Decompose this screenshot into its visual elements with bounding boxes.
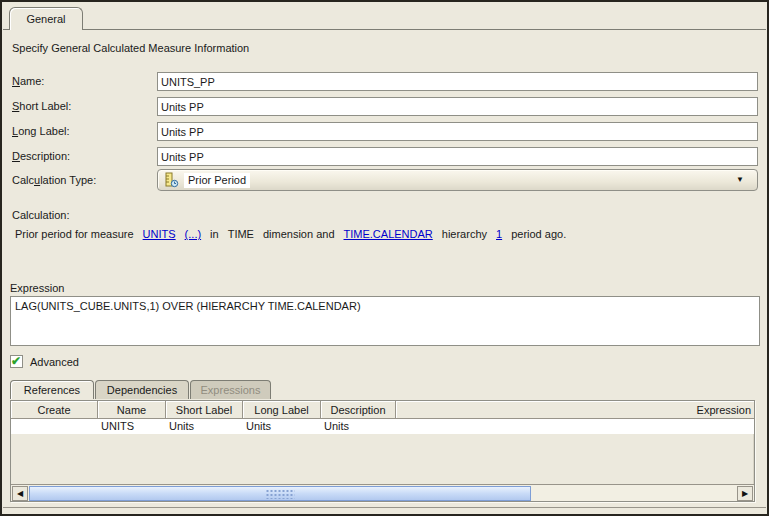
short-label-input[interactable] — [157, 97, 758, 116]
table-cell-expression — [396, 419, 754, 434]
table-cell-create — [11, 419, 98, 434]
table-row[interactable]: UNITSUnitsUnitsUnits — [11, 419, 754, 434]
table-header-create[interactable]: Create — [11, 401, 98, 419]
long-label-input[interactable] — [157, 122, 758, 141]
check-icon: ✔ — [11, 354, 21, 368]
chevron-down-icon[interactable]: ▼ — [736, 175, 744, 184]
scroll-right-icon: ▶ — [742, 489, 748, 498]
calc-text: period ago. — [511, 228, 566, 240]
calculation-label: Calculation: — [12, 209, 69, 221]
references-table-pane: CreateNameShort LabelLong LabelDescripti… — [10, 400, 755, 502]
prior-period-ruler-clock-icon — [163, 172, 179, 188]
long-label-label: Long Label: — [12, 125, 70, 137]
scroll-left-button[interactable]: ◀ — [12, 486, 28, 501]
bottom-divider — [3, 507, 766, 508]
calc-link-1[interactable]: 1 — [496, 228, 502, 240]
expression-input[interactable]: LAG(UNITS_CUBE.UNITS,1) OVER (HIERARCHY … — [10, 296, 760, 346]
table-header-long-label[interactable]: Long Label — [243, 401, 321, 419]
advanced-checkbox[interactable]: ✔ — [10, 355, 23, 368]
scroll-left-icon: ◀ — [17, 489, 23, 498]
tab-references[interactable]: References — [10, 380, 94, 399]
table-header-description[interactable]: Description — [321, 401, 396, 419]
name-label: Name: — [12, 75, 44, 87]
long-label-row: Long Label: — [2, 122, 767, 142]
table-header-short-label[interactable]: Short Label — [166, 401, 243, 419]
scroll-right-button[interactable]: ▶ — [737, 486, 753, 501]
description-row: Description: — [2, 147, 767, 167]
description-label: Description: — [12, 150, 70, 162]
calculation-sentence: Prior period for measureUNITS(...)inTIME… — [15, 228, 575, 240]
calc-link-units[interactable]: UNITS — [143, 228, 176, 240]
calc-text: Prior period for measure — [15, 228, 134, 240]
calc-link-[interactable]: (...) — [185, 228, 202, 240]
calc-text: dimension and — [263, 228, 335, 240]
name-input[interactable] — [157, 72, 758, 91]
tab-general[interactable]: General — [9, 7, 83, 30]
table-header-row: CreateNameShort LabelLong LabelDescripti… — [11, 401, 754, 419]
name-row: Name: — [2, 72, 767, 92]
calculated-measure-dialog: General Specify General Calculated Measu… — [0, 0, 769, 516]
tab-strip-divider — [3, 29, 766, 30]
calc-text: TIME — [228, 228, 254, 240]
calc-text: in — [210, 228, 219, 240]
short-label-label: Short Label: — [12, 100, 71, 112]
calc-text: hierarchy — [442, 228, 487, 240]
tab-expressions: Expressions — [190, 380, 271, 399]
table-cell-name: UNITS — [98, 419, 166, 434]
page-title: Specify General Calculated Measure Infor… — [12, 42, 249, 54]
table-header-expression[interactable]: Expression — [396, 401, 754, 419]
scrollbar-grip-icon — [266, 489, 295, 499]
table-cell-description: Units — [321, 419, 396, 434]
short-label-row: Short Label: — [2, 97, 767, 117]
tab-dependencies[interactable]: Dependencies — [95, 380, 189, 399]
table-cell-short-label: Units — [166, 419, 243, 434]
calculation-type-value: Prior Period — [184, 173, 250, 188]
calc-link-timecalendar[interactable]: TIME.CALENDAR — [344, 228, 433, 240]
calculation-type-label: Calculation Type: — [12, 174, 96, 186]
description-input[interactable] — [157, 147, 758, 166]
horizontal-scrollbar[interactable]: ◀ ▶ — [11, 484, 754, 501]
table-cell-long-label: Units — [243, 419, 321, 434]
calculation-type-combo[interactable]: Prior Period ▼ — [157, 169, 758, 191]
table-header-name[interactable]: Name — [98, 401, 166, 419]
expression-label: Expression — [10, 282, 64, 294]
scrollbar-thumb[interactable] — [29, 486, 531, 501]
tab-general-label: General — [26, 13, 65, 25]
advanced-label: Advanced — [30, 356, 79, 368]
